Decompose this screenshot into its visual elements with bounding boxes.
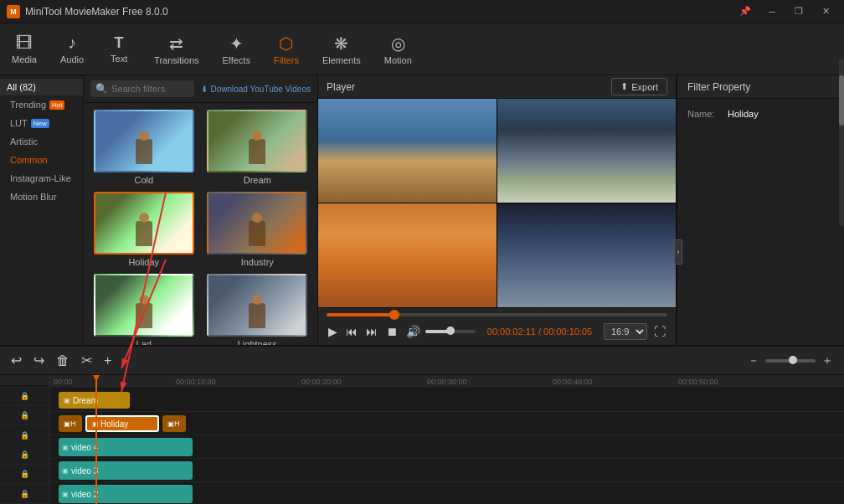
zoom-controls: － ＋ (745, 351, 836, 371)
lock-icon-v1: 🔒 (20, 490, 29, 498)
player-quadrant-2 (497, 99, 676, 203)
pin-button[interactable]: 📌 (733, 3, 757, 20)
sidebar-item-artistic[interactable]: Artistic (0, 132, 83, 151)
redo-button[interactable]: ↪ (31, 350, 47, 371)
toolbar-transitions[interactable]: ⇄ Transitions (142, 30, 210, 69)
lut-label: LUT (10, 118, 28, 128)
toolbar-media[interactable]: 🎞 Media (0, 30, 49, 68)
time-display: 00:00:02:11 / 00:00:10:05 (481, 327, 599, 337)
motion-blur-label: Motion Blur (10, 192, 57, 202)
filters-scrollbar[interactable] (839, 59, 844, 226)
ruler-mark-10: 00:00:10:00 (176, 378, 216, 386)
aspect-ratio-select[interactable]: 16:9 4:3 1:1 (604, 323, 647, 340)
app-title: MiniTool MovieMaker Free 8.0.0 (25, 6, 733, 18)
track-label-video1: 🔒 (0, 485, 49, 504)
clip-video2[interactable]: ▣ video 2 (59, 485, 193, 503)
filter-lad-thumb (94, 274, 194, 337)
transitions-icon: ⇄ (169, 33, 183, 54)
progress-bar[interactable] (327, 313, 667, 316)
zoom-slider[interactable] (765, 359, 816, 363)
ruler-mark-50: 00:00:50:00 (678, 378, 718, 386)
trending-badge: Hot (49, 100, 64, 110)
instagram-label: Instagram-Like (10, 173, 71, 183)
timeline-ruler: 00:00 00:00:10:00 00:00:20:00 00:00:30:0… (50, 375, 844, 388)
timeline: ↩ ↪ 🗑 ✂ + － ＋ 🔒 🔒 🔒 (0, 345, 844, 504)
clip-video4[interactable]: ▣ video 4 (59, 438, 193, 456)
search-input[interactable] (111, 84, 189, 94)
track-filter2: ▣ H ▣ Holiday ▣ H (50, 412, 844, 435)
filter-cold[interactable]: Cold (90, 110, 198, 185)
filter-holiday[interactable]: Holiday (90, 192, 198, 267)
toolbar-filters[interactable]: ⬡ Filters (262, 30, 311, 69)
clip-dream[interactable]: ▣ Dream (59, 392, 130, 409)
sidebar-item-motion-blur[interactable]: Motion Blur (0, 188, 83, 206)
video4-icon: ▣ (62, 444, 69, 451)
zoom-out-button[interactable]: － (745, 351, 762, 371)
volume-control: 🔊 (404, 323, 476, 340)
toolbar-audio[interactable]: ♪ Audio (49, 30, 95, 68)
undo-button[interactable]: ↩ (8, 350, 24, 371)
h1-icon: ▣ (64, 420, 70, 428)
download-icon: ⬇ (201, 85, 208, 94)
filter-industry[interactable]: Industry (204, 192, 311, 267)
toolbar-motion[interactable]: ◎ Motion (373, 30, 424, 69)
track-video3: ▣ video 3 (50, 459, 844, 482)
h1-label: H (70, 419, 76, 428)
clip-video3[interactable]: ▣ video 3 (59, 461, 193, 480)
cut-button[interactable]: ✂ (79, 350, 95, 371)
restore-button[interactable]: ❐ (787, 3, 811, 20)
app-icon: M (7, 5, 20, 18)
h2-icon: ▣ (167, 420, 174, 428)
export-button[interactable]: ⬆ Export (611, 78, 667, 95)
sidebar-item-trending[interactable]: Trending Hot (0, 95, 83, 114)
filter-dream[interactable]: Dream (204, 110, 311, 185)
text-icon: T (115, 34, 124, 52)
filter-lad[interactable]: Lad (90, 274, 198, 345)
next-frame-button[interactable]: ⏭ (364, 323, 379, 340)
track-label-video2: 🔒 (0, 465, 49, 484)
motion-icon: ◎ (391, 33, 405, 54)
sidebar-item-instagram[interactable]: Instagram-Like (0, 169, 83, 188)
sidebar-all-label: All (82) (7, 82, 36, 92)
filter-lad-figure (136, 303, 152, 328)
filter-lightness-thumb (207, 274, 307, 337)
sidebar-all[interactable]: All (82) (0, 79, 83, 95)
search-icon: 🔍 (95, 83, 108, 95)
play-button[interactable]: ▶ (327, 323, 339, 340)
minimize-button[interactable]: ─ (760, 3, 784, 20)
prev-frame-button[interactable]: ⏮ (344, 323, 359, 340)
window-controls: 📌 ─ ❐ ✕ (733, 3, 837, 20)
zoom-in-button[interactable]: ＋ (819, 351, 836, 371)
toolbar-text[interactable]: T Text (95, 31, 142, 67)
add-media-button[interactable]: + (101, 351, 114, 371)
sidebar-item-common[interactable]: Common (0, 151, 83, 169)
video2-icon: ▣ (62, 491, 69, 498)
stop-button[interactable]: ⏹ (384, 323, 399, 340)
filter-cold-figure (136, 139, 152, 164)
player-quadrant-1 (318, 99, 497, 203)
filter-lightness[interactable]: Lightness (204, 274, 311, 345)
fullscreen-button[interactable]: ⛶ (652, 323, 667, 340)
download-youtube-link[interactable]: ⬇ Download YouTube Videos (201, 85, 311, 94)
volume-bar[interactable] (425, 330, 476, 333)
lock-icon-v3: 🔒 (20, 450, 29, 459)
toolbar-elements[interactable]: ❋ Elements (311, 30, 373, 69)
track-video2: ▣ video 2 (50, 482, 844, 504)
volume-button[interactable]: 🔊 (404, 323, 422, 340)
player-title: Player (327, 81, 355, 93)
track-label-video3: 🔒 (0, 445, 49, 465)
delete-button[interactable]: 🗑 (54, 351, 72, 371)
ruler-mark-30: 00:00:30:00 (427, 378, 467, 386)
clip-h2[interactable]: ▣ H (162, 415, 186, 432)
toolbar-effects[interactable]: ✦ Effects (211, 30, 262, 69)
clip-h1[interactable]: ▣ H (59, 415, 82, 432)
panel-collapse-button[interactable]: › (674, 239, 682, 265)
filter-lightness-figure (249, 303, 265, 328)
media-icon: 🎞 (16, 33, 33, 53)
sidebar-item-lut[interactable]: LUT New (0, 114, 83, 132)
search-box[interactable]: 🔍 (90, 80, 194, 97)
player: Player ⬆ Export ▶ ⏮ ⏭ ⏹ 🔊 (318, 75, 677, 345)
close-button[interactable]: ✕ (814, 3, 837, 20)
ruler-mark-0: 00:00 (54, 378, 73, 386)
filter-holiday-figure (136, 221, 152, 246)
